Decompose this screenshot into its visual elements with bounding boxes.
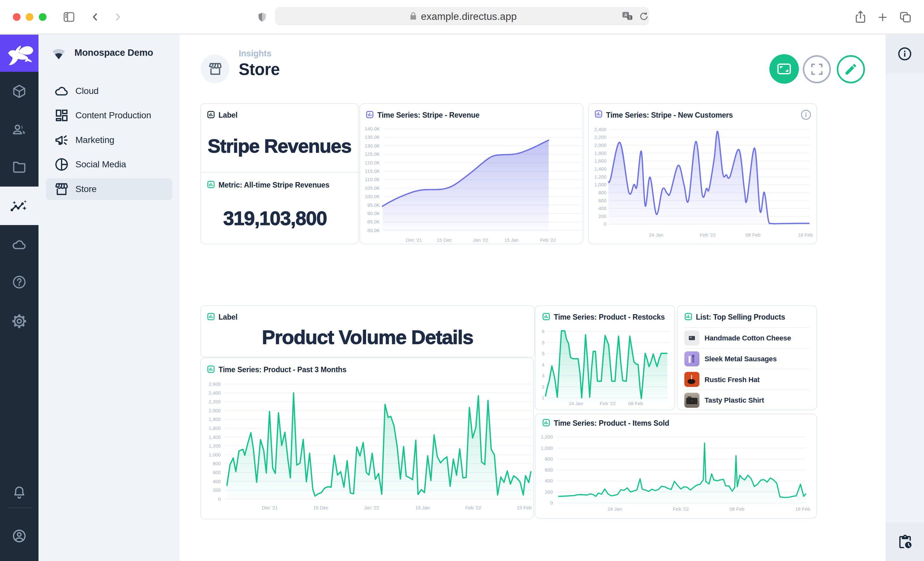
svg-text:Feb '22: Feb '22 xyxy=(540,237,556,243)
svg-text:120.0K: 120.0K xyxy=(364,160,380,165)
svg-text:16 Feb: 16 Feb xyxy=(795,506,810,512)
svg-text:400: 400 xyxy=(545,478,553,483)
svg-text:110.0K: 110.0K xyxy=(365,177,380,182)
svg-text:600: 600 xyxy=(545,467,553,473)
svg-text:135.0K: 135.0K xyxy=(364,134,380,140)
svg-text:2,400: 2,400 xyxy=(594,127,606,132)
svg-text:2,200: 2,200 xyxy=(594,134,606,140)
svg-text:Feb '22: Feb '22 xyxy=(465,505,481,510)
svg-text:1,600: 1,600 xyxy=(594,158,606,163)
svg-text:2: 2 xyxy=(542,384,544,389)
svg-text:1: 1 xyxy=(542,395,544,400)
svg-text:Jan '22: Jan '22 xyxy=(473,237,488,243)
svg-text:1,000: 1,000 xyxy=(541,445,553,451)
svg-text:A: A xyxy=(624,12,627,17)
svg-text:125.0K: 125.0K xyxy=(364,151,380,157)
svg-text:130.0K: 130.0K xyxy=(364,143,380,148)
svg-text:1,400: 1,400 xyxy=(208,434,221,440)
svg-text:800: 800 xyxy=(545,456,553,462)
svg-text:1,000: 1,000 xyxy=(594,182,606,187)
svg-text:15 Dec: 15 Dec xyxy=(436,237,452,243)
svg-text:6: 6 xyxy=(542,329,544,334)
svg-text:1,800: 1,800 xyxy=(594,150,606,156)
svg-text:115.0K: 115.0K xyxy=(365,168,380,174)
svg-text:2,000: 2,000 xyxy=(208,408,221,413)
svg-text:0: 0 xyxy=(550,500,553,506)
svg-text:0: 0 xyxy=(218,496,221,502)
svg-text:15 Jan: 15 Jan xyxy=(415,505,430,510)
svg-text:0: 0 xyxy=(604,221,606,227)
svg-text:1,200: 1,200 xyxy=(594,174,606,180)
svg-text:24 Jan: 24 Jan xyxy=(568,401,583,406)
svg-text:1,200: 1,200 xyxy=(208,443,221,449)
svg-text:5: 5 xyxy=(542,340,544,345)
svg-text:Feb '22: Feb '22 xyxy=(600,401,616,406)
svg-text:Feb '22: Feb '22 xyxy=(673,506,689,512)
svg-text:24 Jan: 24 Jan xyxy=(649,232,663,238)
svg-text:600: 600 xyxy=(213,470,221,475)
svg-text:4: 4 xyxy=(542,362,544,367)
svg-text:600: 600 xyxy=(598,198,606,203)
svg-text:1,200: 1,200 xyxy=(541,434,553,440)
svg-text:800: 800 xyxy=(598,190,606,195)
svg-text:200: 200 xyxy=(598,214,606,219)
svg-text:2,400: 2,400 xyxy=(208,390,221,396)
svg-text:15 Feb: 15 Feb xyxy=(517,505,532,510)
svg-text:90.0K: 90.0K xyxy=(368,211,380,216)
svg-text:2,000: 2,000 xyxy=(594,142,606,148)
svg-text:16 Feb: 16 Feb xyxy=(798,232,813,238)
svg-text:200: 200 xyxy=(545,489,553,495)
svg-text:95.0K: 95.0K xyxy=(368,202,380,208)
svg-text:3: 3 xyxy=(542,373,544,378)
svg-text:105.0K: 105.0K xyxy=(364,185,380,191)
svg-text:800: 800 xyxy=(213,461,221,466)
svg-text:100.0K: 100.0K xyxy=(364,194,380,199)
svg-text:08 Feb: 08 Feb xyxy=(628,401,643,406)
svg-text:140.0K: 140.0K xyxy=(364,126,380,132)
svg-text:1,800: 1,800 xyxy=(208,416,221,422)
svg-text:文: 文 xyxy=(628,16,632,19)
svg-text:400: 400 xyxy=(598,205,606,211)
svg-text:85.0K: 85.0K xyxy=(368,219,380,224)
svg-text:2,600: 2,600 xyxy=(208,381,221,387)
svg-text:5: 5 xyxy=(542,351,544,356)
svg-text:200: 200 xyxy=(213,487,221,493)
svg-text:400: 400 xyxy=(213,479,221,484)
svg-text:15 Jan: 15 Jan xyxy=(504,237,519,243)
svg-text:1,000: 1,000 xyxy=(208,452,221,458)
svg-text:Jan '22: Jan '22 xyxy=(364,505,379,510)
svg-text:1,600: 1,600 xyxy=(208,425,221,431)
svg-text:Dec '21: Dec '21 xyxy=(262,505,278,510)
svg-text:24 Jan: 24 Jan xyxy=(608,506,622,512)
svg-text:08 Feb: 08 Feb xyxy=(746,232,761,238)
svg-text:08 Feb: 08 Feb xyxy=(730,506,745,512)
svg-text:1,400: 1,400 xyxy=(594,166,606,172)
svg-text:Dec '21: Dec '21 xyxy=(406,237,422,243)
svg-text:Feb '22: Feb '22 xyxy=(700,232,716,238)
svg-text:15 Dec: 15 Dec xyxy=(313,505,328,510)
svg-text:2,200: 2,200 xyxy=(208,399,221,404)
svg-text:80.0K: 80.0K xyxy=(368,227,380,233)
